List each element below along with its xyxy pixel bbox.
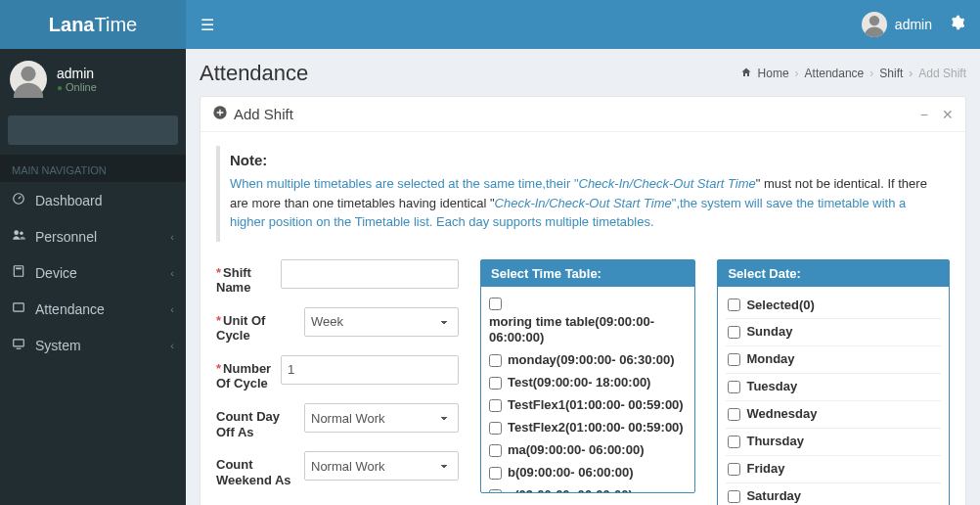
timetable-header: Select Time Table: <box>481 260 694 287</box>
sidebar-item-attendance[interactable]: Attendance ‹ <box>0 291 186 327</box>
brand-logo[interactable]: LanaTime <box>0 0 186 49</box>
breadcrumb-shift[interactable]: Shift <box>879 67 903 80</box>
date-item-monday[interactable]: Monday <box>726 346 941 374</box>
panel-title: Add Shift <box>234 106 293 122</box>
svg-point-3 <box>14 230 19 235</box>
sidebar-item-system[interactable]: System ‹ <box>0 327 186 363</box>
shift-name-input[interactable] <box>281 259 459 289</box>
brand-bold: Lana <box>49 14 95 35</box>
date-item-friday[interactable]: Friday <box>726 456 941 483</box>
date-header: Select Date: <box>718 260 949 287</box>
timetable-item[interactable]: TestFlex2(01:00:00- 00:59:00) <box>489 417 685 439</box>
sidebar-search-input[interactable] <box>8 115 178 145</box>
sidebar-item-dashboard[interactable]: Dashboard <box>0 182 186 218</box>
attendance-icon <box>12 300 25 317</box>
date-item-saturday[interactable]: Saturday <box>726 483 941 505</box>
timetable-item[interactable]: ma(09:00:00- 06:00:00) <box>489 439 685 462</box>
breadcrumb-home[interactable]: Home <box>758 67 789 80</box>
chevron-left-icon: ‹ <box>170 267 174 279</box>
svg-rect-8 <box>14 340 24 346</box>
page-title: Attendance <box>200 61 308 86</box>
date-item-sunday[interactable]: Sunday <box>726 319 941 346</box>
breadcrumb: Home › Attendance › Shift › Add Shift <box>740 67 966 81</box>
svg-point-1 <box>21 67 35 81</box>
sidebar-user-status: ●Online <box>57 81 97 93</box>
unit-of-cycle-select[interactable]: Week <box>304 307 459 337</box>
plus-circle-icon <box>212 105 228 123</box>
count-weekend-select[interactable]: Normal Work <box>304 451 459 481</box>
date-item-thursday[interactable]: Thursday <box>726 429 941 456</box>
date-item-wednesday[interactable]: Wednesday <box>726 401 941 429</box>
shift-name-label: *Shift Name <box>216 259 273 296</box>
count-weekend-label: Count Weekend As <box>216 451 296 487</box>
sidebar-item-personnel[interactable]: Personnel ‹ <box>0 218 186 254</box>
svg-point-0 <box>869 16 879 25</box>
timetable-select-all-checkbox[interactable] <box>489 298 502 310</box>
date-selected-row[interactable]: Selected(0) <box>726 293 941 320</box>
nav-header: MAIN NAVIGATION <box>0 155 186 182</box>
unit-of-cycle-label: *Unit Of Cycle <box>216 307 296 344</box>
home-icon <box>740 67 752 81</box>
timetable-item[interactable]: Test(09:00:00- 18:00:00) <box>489 372 685 394</box>
gear-icon[interactable] <box>950 15 965 34</box>
system-icon <box>12 337 25 353</box>
note-box: Note: When multiple timetables are selec… <box>216 146 950 242</box>
users-icon <box>12 228 25 245</box>
date-item-tuesday[interactable]: Tuesday <box>726 374 941 401</box>
device-icon <box>12 264 25 281</box>
breadcrumb-current: Add Shift <box>918 67 966 80</box>
svg-rect-7 <box>14 303 24 311</box>
breadcrumb-attendance[interactable]: Attendance <box>805 67 865 80</box>
sidebar-username: admin <box>57 66 97 81</box>
dashboard-icon <box>12 192 25 208</box>
svg-point-4 <box>20 232 23 236</box>
note-text: When multiple timetables are selected at… <box>230 174 940 232</box>
svg-rect-6 <box>16 268 22 270</box>
date-box: Select Date: Selected(0) Sunday Monday T… <box>717 259 950 506</box>
timetable-item[interactable]: c(09:00:00- 06:00:00) <box>489 484 685 492</box>
chevron-left-icon: ‹ <box>170 231 174 243</box>
minimize-icon[interactable]: − <box>920 107 928 122</box>
note-title: Note: <box>230 152 940 168</box>
timetable-box: Select Time Table: moring time table(09:… <box>480 259 695 493</box>
count-dayoff-label: Count Day Off As <box>216 403 296 439</box>
sidebar-user-panel: admin ●Online <box>0 49 186 110</box>
number-of-cycle-label: *Number Of Cycle <box>216 355 273 391</box>
timetable-item[interactable]: TestFlex1(01:00:00- 00:59:00) <box>489 394 685 417</box>
chevron-left-icon: ‹ <box>170 340 174 351</box>
sidebar-item-device[interactable]: Device ‹ <box>0 254 186 291</box>
hamburger-icon[interactable]: ☰ <box>200 16 214 34</box>
avatar-icon <box>10 61 47 98</box>
number-of-cycle-input[interactable] <box>281 355 459 385</box>
timetable-item[interactable]: monday(09:00:00- 06:30:00) <box>489 349 685 372</box>
brand-light: Time <box>94 14 137 35</box>
user-menu[interactable]: admin <box>862 12 932 37</box>
timetable-item[interactable]: moring time table(09:00:00- 06:00:00) <box>489 311 685 350</box>
topbar-username: admin <box>895 17 932 32</box>
avatar-icon <box>862 12 887 37</box>
count-dayoff-select[interactable]: Normal Work <box>304 403 459 433</box>
svg-rect-5 <box>14 266 22 277</box>
chevron-left-icon: ‹ <box>170 303 174 315</box>
timetable-item[interactable]: b(09:00:00- 06:00:00) <box>489 462 685 484</box>
close-icon[interactable]: ✕ <box>942 107 954 122</box>
